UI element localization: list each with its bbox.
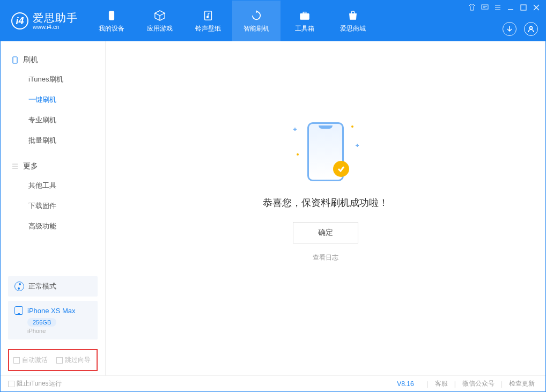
mode-label: 正常模式 bbox=[28, 282, 56, 291]
sidebar-item-tools[interactable]: 其他工具 bbox=[1, 175, 105, 196]
nav-label: 爱思商城 bbox=[340, 24, 366, 33]
logo[interactable]: i4 爱思助手 www.i4.cn bbox=[1, 1, 87, 41]
divider: | bbox=[498, 380, 506, 388]
checkbox-label: 跳过向导 bbox=[65, 356, 91, 365]
device-box[interactable]: iPhone XS Max 256GB iPhone bbox=[8, 301, 98, 339]
checkbox-icon bbox=[8, 381, 14, 387]
checkbox-auto-activate[interactable]: 自动激活 bbox=[13, 356, 48, 365]
divider: | bbox=[424, 380, 432, 388]
svg-rect-6 bbox=[521, 5, 526, 10]
header: i4 爱思助手 www.i4.cn 我的设备 应用游戏 铃声壁纸 智能刷机 工具… bbox=[1, 1, 545, 41]
list-icon bbox=[11, 162, 19, 170]
svg-point-7 bbox=[530, 27, 533, 29]
cube-icon bbox=[153, 9, 166, 22]
window-controls bbox=[468, 4, 540, 11]
header-actions bbox=[503, 22, 538, 36]
dot-icon bbox=[351, 125, 353, 128]
group-title: 刷机 bbox=[23, 55, 38, 65]
sidebar-item-firmware[interactable]: 下载固件 bbox=[1, 196, 105, 216]
refresh-icon bbox=[250, 9, 263, 22]
checkbox-skip-guide[interactable]: 跳过向导 bbox=[56, 356, 91, 365]
sidebar-item-oneclick[interactable]: 一键刷机 bbox=[1, 90, 105, 110]
sparkle-icon bbox=[356, 144, 359, 147]
sidebar-group-more: 更多 bbox=[1, 157, 105, 175]
checkbox-label: 阻止iTunes运行 bbox=[17, 379, 62, 388]
sidebar: 刷机 iTunes刷机 一键刷机 专业刷机 批量刷机 更多 其他工具 下载固件 … bbox=[1, 41, 106, 375]
checkbox-icon bbox=[13, 357, 20, 364]
menu-icon[interactable] bbox=[494, 4, 501, 11]
nav-apps[interactable]: 应用游戏 bbox=[136, 1, 184, 41]
main-content: 恭喜您，保资料刷机成功啦！ 确定 查看日志 bbox=[106, 41, 545, 375]
bag-icon bbox=[346, 9, 359, 22]
device-icon bbox=[14, 306, 23, 315]
maximize-icon[interactable] bbox=[520, 4, 527, 11]
view-log-link[interactable]: 查看日志 bbox=[313, 253, 338, 262]
ok-button[interactable]: 确定 bbox=[293, 222, 358, 243]
music-icon bbox=[202, 9, 215, 22]
success-message: 恭喜您，保资料刷机成功啦！ bbox=[263, 196, 388, 209]
footer-link-wechat[interactable]: 微信公众号 bbox=[459, 379, 498, 388]
briefcase-icon bbox=[298, 9, 311, 22]
svg-rect-0 bbox=[109, 11, 114, 20]
checkbox-icon bbox=[56, 357, 63, 364]
feedback-icon[interactable] bbox=[481, 4, 489, 11]
svg-rect-5 bbox=[482, 5, 488, 9]
mode-box[interactable]: 正常模式 bbox=[8, 276, 98, 297]
options-row: 自动激活 跳过向导 bbox=[8, 349, 98, 371]
sidebar-item-pro[interactable]: 专业刷机 bbox=[1, 110, 105, 130]
divider: | bbox=[451, 380, 459, 388]
nav-label: 应用游戏 bbox=[147, 24, 173, 33]
nav-label: 我的设备 bbox=[99, 24, 124, 33]
shirt-icon[interactable] bbox=[468, 4, 476, 11]
footer-link-service[interactable]: 客服 bbox=[432, 379, 451, 388]
close-icon[interactable] bbox=[533, 4, 540, 11]
sidebar-item-itunes[interactable]: iTunes刷机 bbox=[1, 69, 105, 90]
footer-link-update[interactable]: 检查更新 bbox=[506, 379, 538, 388]
checkbox-block-itunes[interactable]: 阻止iTunes运行 bbox=[8, 379, 62, 388]
device-name: iPhone XS Max bbox=[27, 307, 76, 315]
sidebar-item-advanced[interactable]: 高级功能 bbox=[1, 216, 105, 236]
nav-label: 智能刷机 bbox=[244, 24, 269, 33]
version-label: V8.16 bbox=[397, 380, 414, 388]
sidebar-group-flash: 刷机 bbox=[1, 51, 105, 69]
device-icon bbox=[105, 9, 118, 22]
user-button[interactable] bbox=[524, 22, 538, 36]
success-illustration bbox=[307, 122, 344, 181]
footer: 阻止iTunes运行 V8.16 | 客服 | 微信公众号 | 检查更新 bbox=[1, 375, 545, 391]
device-type: iPhone bbox=[27, 328, 91, 334]
nav-label: 铃声壁纸 bbox=[195, 24, 221, 33]
device-storage: 256GB bbox=[27, 318, 56, 327]
svg-rect-4 bbox=[303, 12, 306, 13]
nav-label: 工具箱 bbox=[295, 24, 314, 33]
checkbox-label: 自动激活 bbox=[22, 356, 48, 365]
logo-icon: i4 bbox=[11, 12, 28, 29]
check-badge-icon bbox=[333, 161, 349, 177]
app-url: www.i4.cn bbox=[33, 24, 78, 30]
group-title: 更多 bbox=[23, 161, 38, 171]
body: 刷机 iTunes刷机 一键刷机 专业刷机 批量刷机 更多 其他工具 下载固件 … bbox=[1, 41, 545, 375]
nav-toolbox[interactable]: 工具箱 bbox=[281, 1, 329, 41]
sidebar-item-batch[interactable]: 批量刷机 bbox=[1, 130, 105, 151]
download-button[interactable] bbox=[503, 22, 517, 36]
nav-store[interactable]: 爱思商城 bbox=[329, 1, 377, 41]
sparkle-icon bbox=[293, 128, 297, 131]
app-name: 爱思助手 bbox=[33, 12, 78, 24]
minimize-icon[interactable] bbox=[507, 4, 514, 11]
svg-rect-8 bbox=[13, 57, 17, 63]
svg-rect-3 bbox=[300, 13, 309, 19]
nav-flash[interactable]: 智能刷机 bbox=[232, 1, 281, 41]
nav-ringtones[interactable]: 铃声壁纸 bbox=[184, 1, 232, 41]
phone-icon bbox=[11, 56, 19, 64]
nav-my-device[interactable]: 我的设备 bbox=[87, 1, 136, 41]
svg-point-2 bbox=[206, 16, 209, 18]
mode-icon bbox=[14, 282, 24, 291]
dot-icon bbox=[297, 153, 299, 156]
